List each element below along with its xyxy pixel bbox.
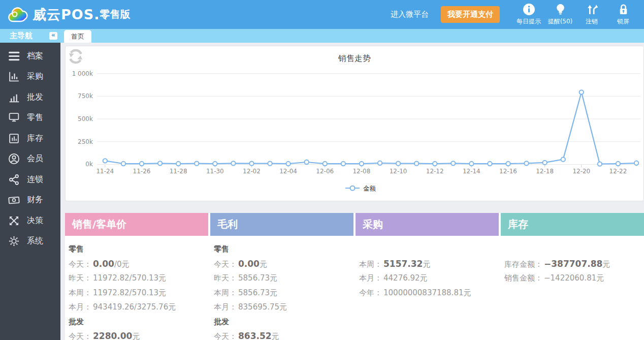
system-gear-icon [8, 235, 20, 248]
lock-screen-button[interactable]: 锁屏 [607, 3, 639, 26]
content-area: 销售走势0k250k500k750k1 000k11-2411-2611-281… [60, 43, 644, 340]
enter-wechat-platform-link[interactable]: 进入微平台 [391, 10, 429, 19]
sidebar-item-retail[interactable]: 零售 [0, 108, 60, 129]
svg-text:11-24: 11-24 [96, 168, 114, 175]
data-point [598, 162, 602, 166]
sidebar-item-finance[interactable]: 财务 [0, 190, 60, 211]
data-point [451, 161, 455, 165]
data-point [158, 161, 162, 165]
data-point [341, 162, 345, 166]
sidebar-item-purchase[interactable]: 采购 [0, 67, 60, 87]
card-stat-row: 今天：0.00元 [214, 257, 349, 271]
brand-name: 威云POS. [33, 6, 100, 24]
data-point [304, 160, 308, 164]
chain-share-icon [8, 173, 20, 186]
sidebar-item-label: 会员 [27, 153, 43, 164]
data-point [561, 157, 565, 161]
logout-icon [586, 3, 598, 16]
svg-text:12-10: 12-10 [390, 168, 407, 175]
sidebar-menu: 档案 采购 批发 零售 [0, 43, 60, 252]
data-point [360, 162, 364, 166]
member-icon [8, 152, 20, 165]
svg-text:250k: 250k [78, 138, 93, 145]
logout-button[interactable]: 注销 [576, 3, 607, 26]
open-payment-button[interactable]: 我要开通支付 [441, 6, 500, 23]
lock-icon [617, 3, 630, 16]
sidebar-item-label: 决策 [27, 215, 43, 226]
card-header-2: 采购 [356, 213, 499, 236]
bulb-icon [554, 3, 567, 16]
decision-arrows-icon [8, 214, 20, 227]
svg-text:750k: 750k [78, 92, 93, 100]
card-section-heading [359, 242, 495, 257]
app-logo: 威云POS. 零售版 [6, 6, 130, 24]
tab-home[interactable]: 首页 [64, 30, 91, 43]
daily-tips-label: 每日提示 [517, 17, 541, 26]
sidebar-item-members[interactable]: 会员 [0, 149, 60, 170]
svg-text:12-14: 12-14 [463, 168, 480, 175]
card-body-0: 零售今天：0.00/0元昨天：11972.82/570.13元本周：11972.… [65, 236, 208, 340]
data-point [176, 162, 180, 166]
cards-headers: 销售/客单价毛利采购库存 [65, 213, 644, 236]
card-stat-row: 本周：5856.73元 [214, 286, 349, 300]
data-point [524, 161, 528, 165]
svg-text:12-06: 12-06 [316, 168, 334, 175]
sidebar-item-inventory[interactable]: 库存 [0, 128, 60, 149]
sidebar-item-wholesale[interactable]: 批发 [0, 87, 60, 108]
svg-text:11-26: 11-26 [133, 168, 151, 175]
svg-text:0k: 0k [85, 161, 93, 168]
svg-text:1 000k: 1 000k [72, 70, 93, 77]
refresh-icon[interactable] [67, 48, 84, 65]
chart-x-axis: 11-2411-2611-2811-3012-0212-0412-0612-08… [96, 165, 627, 175]
card-stat-row: 昨天：11972.82/570.13元 [69, 271, 204, 286]
card-stat-row: 库存金额：−387707.88元 [504, 257, 640, 271]
svg-text:12-12: 12-12 [426, 168, 444, 175]
svg-text:12-22: 12-22 [609, 168, 627, 175]
card-stat-row: 今天：2280.00元 [69, 329, 204, 340]
sidebar-item-chain[interactable]: 连锁 [0, 169, 60, 190]
data-point [396, 162, 400, 166]
reminders-button[interactable]: 提醒(50) [544, 3, 576, 26]
sidebar-item-archives[interactable]: 档案 [0, 46, 60, 67]
chart-legend[interactable]: 金额 [345, 184, 376, 192]
topbar-actions: 每日提示 提醒(50) 注销 [513, 3, 639, 26]
sidebar-item-label: 档案 [27, 51, 43, 61]
collapse-sidebar-button[interactable]: « [49, 32, 57, 40]
brand-edition: 零售版 [100, 8, 130, 21]
cloud-logo-icon [6, 6, 29, 24]
series-points [103, 90, 639, 166]
svg-text:12-20: 12-20 [572, 168, 590, 175]
data-point [469, 162, 473, 166]
sub-bar: 主导航 « 首页 [0, 29, 644, 43]
data-point [286, 162, 290, 166]
data-point [378, 161, 382, 165]
svg-text:11-30: 11-30 [206, 168, 224, 175]
sidebar-item-decision[interactable]: 决策 [0, 210, 60, 231]
card-stat-row: 销售金额：−1422060.81元 [504, 271, 640, 286]
data-point [268, 162, 272, 166]
sidebar-item-system[interactable]: 系统 [0, 231, 60, 252]
data-point [231, 161, 235, 165]
card-stat-row: 本月：835695.75元 [214, 300, 349, 315]
data-point [433, 162, 437, 166]
card-section-heading: 批发 [69, 315, 204, 329]
sidebar: 档案 采购 批发 零售 [0, 43, 60, 340]
files-icon [8, 50, 20, 63]
daily-tips-button[interactable]: 每日提示 [513, 3, 544, 26]
svg-text:11-28: 11-28 [170, 168, 187, 175]
card-stat-row: 今年：10000000837188.81元 [359, 286, 495, 300]
logout-label: 注销 [586, 17, 598, 26]
card-body-2: 本周：5157.32元本月：44276.92元今年：10000000837188… [356, 236, 499, 340]
sidebar-item-label: 采购 [27, 71, 43, 82]
card-section-heading: 零售 [69, 242, 204, 257]
svg-text:金额: 金额 [363, 184, 376, 192]
cards-bodies: 零售今天：0.00/0元昨天：11972.82/570.13元本周：11972.… [65, 236, 644, 340]
sidebar-item-label: 连锁 [27, 174, 43, 185]
chart-gridlines: 0k250k500k750k1 000k [72, 70, 640, 168]
sales-trend-panel: 销售走势0k250k500k750k1 000k11-2411-2611-281… [65, 46, 644, 201]
card-header-0: 销售/客单价 [65, 213, 208, 236]
data-point [542, 161, 546, 165]
sidebar-item-label: 批发 [27, 92, 43, 103]
info-icon [523, 3, 535, 16]
sidebar-item-label: 库存 [27, 133, 43, 144]
